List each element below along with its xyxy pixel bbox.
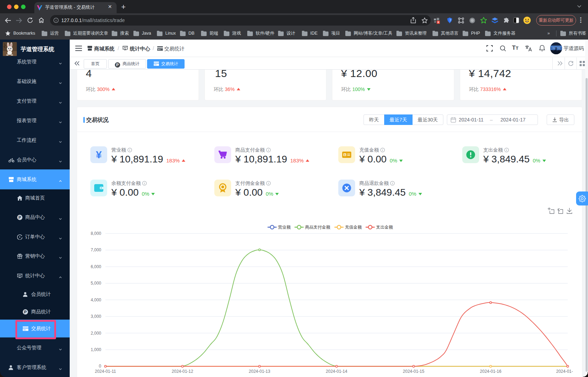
svg-text:3,000: 3,000 bbox=[91, 314, 101, 319]
svg-text:0: 0 bbox=[99, 364, 101, 369]
svg-text:支出金额: 支出金额 bbox=[376, 225, 393, 230]
svg-text:2024-01-14: 2024-01-14 bbox=[326, 369, 347, 374]
svg-text:2024-01-: 2024-01- bbox=[556, 369, 573, 374]
svg-text:5,000: 5,000 bbox=[91, 281, 101, 286]
svg-text:2024-01-16: 2024-01-16 bbox=[480, 369, 501, 374]
svg-text:$: $ bbox=[344, 153, 346, 156]
svg-text:2024-01-13: 2024-01-13 bbox=[249, 369, 270, 374]
svg-text:4,000: 4,000 bbox=[91, 298, 101, 302]
svg-text:2024-01-12: 2024-01-12 bbox=[172, 369, 193, 374]
svg-text:2024-01-11: 2024-01-11 bbox=[95, 369, 116, 374]
svg-text:6: 6 bbox=[437, 21, 439, 24]
svg-text:7,000: 7,000 bbox=[91, 247, 101, 252]
svg-text:8,000: 8,000 bbox=[91, 231, 101, 236]
svg-text:营业额: 营业额 bbox=[278, 225, 291, 230]
svg-text:商品支付金额: 商品支付金额 bbox=[305, 225, 330, 230]
svg-text:6,000: 6,000 bbox=[91, 264, 101, 269]
svg-text:充值金额: 充值金额 bbox=[345, 225, 362, 230]
svg-text:1,000: 1,000 bbox=[91, 347, 101, 352]
svg-text:2024-01-15: 2024-01-15 bbox=[403, 369, 424, 374]
svg-text:2,000: 2,000 bbox=[91, 331, 101, 336]
